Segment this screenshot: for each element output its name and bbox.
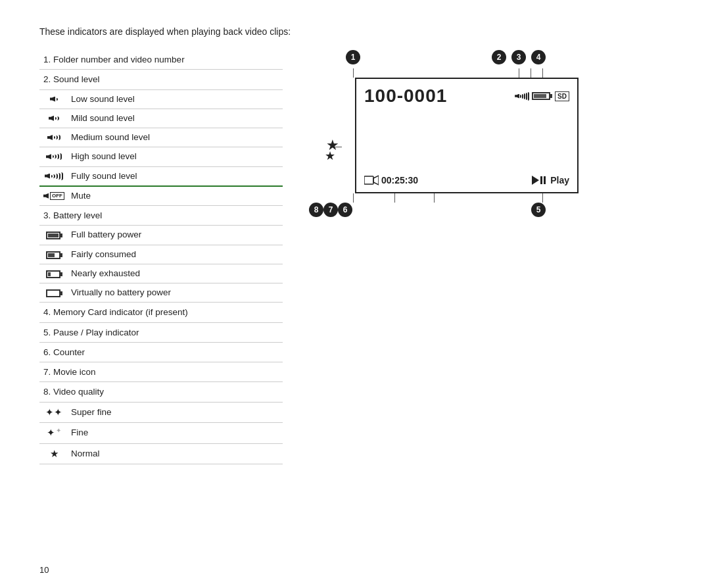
table-row: Full battery power	[39, 226, 283, 245]
screen-sd-label: SD	[555, 91, 569, 101]
indicators-table: 1. Folder number and video number 2. Sou…	[39, 50, 283, 464]
table-row: Fully sound level	[39, 166, 283, 186]
table-row: ✦✦ Fine	[39, 423, 283, 444]
time-counter: 00:25:30	[381, 175, 418, 185]
circle-3: 3	[511, 50, 526, 64]
mute-icon: OFF	[43, 192, 64, 200]
star-fine-icon-cell: ✦✦	[39, 423, 68, 444]
batt-empty-icon-cell	[39, 283, 68, 303]
camera-screen: 100-0001	[355, 78, 579, 193]
screen-icons-right: SD	[515, 91, 569, 101]
screen-bottom-row: 00:25:30 Play	[364, 175, 569, 185]
section-label: 1. Folder number and video number	[39, 50, 283, 70]
section-label: 4. Memory Card indicator (if present)	[39, 303, 283, 322]
svg-rect-0	[364, 176, 373, 184]
batt-fairly-icon-cell	[39, 245, 68, 264]
table-row: 5. Pause / Play indicator	[39, 322, 283, 342]
fully-sound-icon	[45, 172, 63, 180]
star-normal-label: Normal	[68, 443, 283, 464]
play-triangle	[532, 176, 539, 185]
table-row: Nearly exhausted	[39, 264, 283, 283]
battery-nearly-icon	[46, 270, 62, 278]
pause-bars	[540, 176, 546, 184]
medium-sound-icon	[47, 135, 60, 140]
section-label: 3. Battery level	[39, 206, 283, 226]
star-super-icon-cell: ✦✦	[39, 402, 68, 423]
high-sound-icon	[46, 153, 62, 160]
high-sound-icon-cell	[39, 147, 68, 166]
batt-empty-label: Virtually no battery power	[68, 283, 283, 303]
screen-folder-number: 100-0001	[364, 86, 447, 107]
batt-fairly-label: Fairly consumed	[68, 245, 283, 264]
batt-nearly-icon-cell	[39, 264, 68, 283]
circle-4: 4	[531, 50, 546, 64]
svg-marker-1	[373, 176, 379, 185]
star-normal-icon-cell: ★	[39, 443, 68, 464]
section-label: 2. Sound level	[39, 70, 283, 89]
circle-5: 5	[531, 203, 546, 217]
table-row: Mild sound level	[39, 109, 283, 128]
circle-1: 1	[346, 50, 360, 64]
right-diagram: 1 2 3 4 ★ ★ 100-0	[309, 50, 671, 217]
medium-sound-label: Medium sound level	[68, 128, 283, 147]
medium-sound-icon-cell	[39, 128, 68, 147]
battery-empty-icon	[46, 289, 62, 297]
batt-full-label: Full battery power	[68, 226, 283, 245]
movie-camera-icon	[364, 175, 379, 185]
section-label: 6. Counter	[39, 342, 283, 362]
battery-fairly-icon	[46, 251, 62, 259]
movie-icon-area: 00:25:30	[364, 175, 418, 185]
main-layout: 1. Folder number and video number 2. Sou…	[39, 50, 671, 464]
table-row: OFF Mute	[39, 186, 283, 206]
mild-sound-label: Mild sound level	[68, 109, 283, 128]
screen-middle	[364, 112, 569, 171]
pause-bar-2	[544, 176, 546, 184]
section-label: 7. Movie icon	[39, 362, 283, 382]
left-table: 1. Folder number and video number 2. Sou…	[39, 50, 283, 464]
low-sound-icon	[50, 97, 58, 102]
star-fine-icon: ✦✦	[47, 426, 61, 441]
battery-full-icon	[46, 232, 62, 239]
batt-nearly-label: Nearly exhausted	[68, 264, 283, 283]
low-sound-label: Low sound level	[68, 89, 283, 109]
pause-bar-1	[540, 176, 542, 184]
low-sound-icon-cell	[39, 89, 68, 109]
mild-sound-icon-cell	[39, 109, 68, 128]
star-normal-icon: ★	[50, 448, 59, 459]
screen-battery-icon	[532, 92, 552, 100]
table-row: 6. Counter	[39, 342, 283, 362]
table-row: 8. Video quality	[39, 382, 283, 402]
table-row: Low sound level	[39, 89, 283, 109]
section-label: 5. Pause / Play indicator	[39, 322, 283, 342]
section-label: 8. Video quality	[39, 382, 283, 402]
fully-sound-icon-cell	[39, 166, 68, 186]
table-row: 7. Movie icon	[39, 362, 283, 382]
fully-sound-label: Fully sound level	[68, 166, 283, 186]
circle-2: 2	[492, 50, 506, 64]
batt-full-icon-cell	[39, 226, 68, 245]
table-row: Fairly consumed	[39, 245, 283, 264]
mild-sound-icon	[49, 116, 59, 121]
play-pause-icon	[532, 176, 546, 185]
mute-label: Mute	[68, 186, 283, 206]
table-row: ★ Normal	[39, 443, 283, 464]
table-row: Virtually no battery power	[39, 283, 283, 303]
table-row: 4. Memory Card indicator (if present)	[39, 303, 283, 322]
high-sound-label: High sound level	[68, 147, 283, 166]
star-super-icon: ✦✦	[45, 405, 62, 420]
intro-text: These indicators are displayed when play…	[39, 26, 671, 37]
play-label: Play	[550, 175, 569, 185]
circle-6: 6	[338, 203, 352, 217]
table-row: 3. Battery level	[39, 206, 283, 226]
table-row: ✦✦ Super fine	[39, 402, 283, 423]
screen-sound-icon	[515, 92, 529, 101]
star-fine-label: Fine	[68, 423, 283, 444]
table-row: Medium sound level	[39, 128, 283, 147]
table-row: 1. Folder number and video number	[39, 50, 283, 70]
mute-icon-cell: OFF	[39, 186, 68, 206]
play-indicator: Play	[532, 175, 569, 185]
star-super-label: Super fine	[68, 402, 283, 423]
table-row: High sound level	[39, 147, 283, 166]
circle-8: 8	[309, 203, 323, 217]
page-number: 10	[39, 565, 49, 575]
